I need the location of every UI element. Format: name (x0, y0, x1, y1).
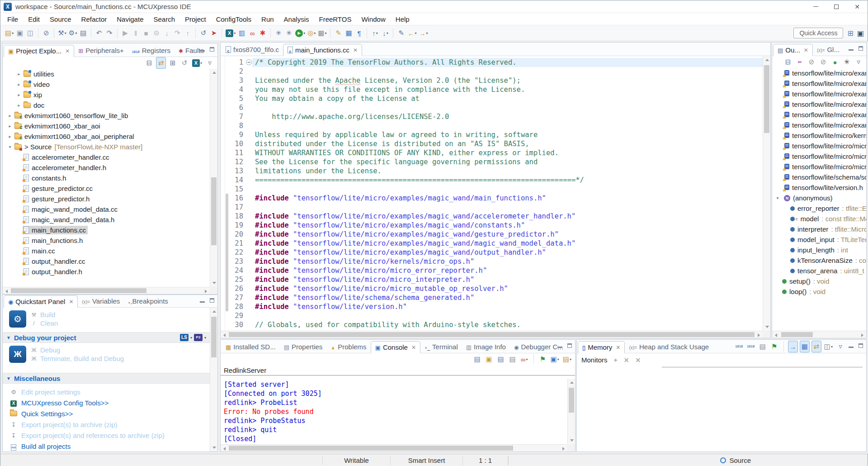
debug-section-header[interactable]: ▼ Debug your project LS▾P2▾ (3, 332, 210, 343)
close-tab-icon[interactable]: ✕ (353, 47, 358, 53)
project-tree-vscrollbar[interactable] (210, 69, 217, 287)
menu-help[interactable]: Help (391, 15, 415, 23)
outline-function-loop[interactable]: loop() : void (772, 286, 866, 297)
debug-probe-badge-p2[interactable]: P2 (194, 334, 203, 341)
tab-properties[interactable]: Properties (280, 341, 327, 353)
menu-freertos[interactable]: FreeRTOS (314, 15, 356, 23)
tab-main-functions-cc[interactable]: main_functions.cc✕ (283, 44, 362, 56)
tree-item-xip[interactable]: ▸xip (3, 90, 210, 100)
tree-item-source[interactable]: ▾> Source [TensorFlowLite-NXP master] (3, 142, 210, 152)
tab-console[interactable]: Console✕ (371, 341, 420, 353)
minimize-panel-icon[interactable] (849, 347, 854, 348)
close-window-button[interactable]: ✕ (847, 0, 868, 13)
tab-heap-and-stack-usage[interactable]: Heap and Stack Usage (625, 341, 713, 353)
miscellaneous-section-header[interactable]: ▼ Miscellaneous (3, 373, 210, 384)
chevron-right-icon[interactable]: ▸ (6, 113, 14, 118)
project-tree-hscrollbar[interactable] (3, 287, 210, 294)
resume-icon[interactable]: ▶ (120, 27, 130, 39)
pin-icon[interactable]: ⚑ (538, 353, 548, 365)
skip-all-breakpoints-icon[interactable]: ⊘ (41, 27, 51, 39)
back-icon[interactable]: ←▾ (406, 27, 417, 39)
image-report-icon[interactable]: ▦ (344, 27, 354, 39)
view-menu-icon[interactable]: ▿ (854, 56, 863, 68)
pin-console-icon[interactable]: ▤ (508, 353, 518, 365)
menu-window[interactable]: Window (356, 15, 390, 23)
quickstart-misc-quick-settings[interactable]: Quick Settings>> (10, 408, 210, 419)
outline-include[interactable]: tensorflow/lite/micro/examples/magic_wan… (772, 78, 866, 89)
tab-peripherals[interactable]: Peripherals+ (74, 44, 128, 57)
collapse-all-icon[interactable]: ⊟ (783, 56, 793, 68)
chevron-right-icon[interactable]: ▸ (6, 134, 14, 139)
prev-annotation-icon[interactable]: ↑▾ (370, 27, 380, 39)
tree-item-main-functions-cc[interactable]: main_functions.cc (3, 225, 210, 235)
flash-program-icon[interactable]: ➤ (209, 27, 219, 39)
open-resource-icon[interactable]: ▤ (78, 27, 88, 39)
menu-configtools[interactable]: ConfigTools (211, 15, 256, 23)
quickstart-misc-build-all-projects[interactable]: 010Build all projects (10, 441, 210, 452)
debug-launch-icon[interactable]: ▶▾ (294, 27, 306, 39)
build-config-icon[interactable]: ⚙▾ (68, 27, 78, 39)
redo-icon[interactable]: ↷ (104, 27, 114, 39)
outline-include[interactable]: tensorflow/lite/micro/examples/magic_wan… (772, 120, 866, 130)
chevron-down-icon[interactable]: ▾ (774, 195, 781, 200)
line-number-gutter[interactable]: 1234567891011121314151617181920212223242… (229, 56, 245, 331)
config-tools-menu-icon[interactable]: X▾ (191, 57, 203, 69)
close-tab-icon[interactable]: ✕ (411, 344, 416, 351)
tree-item-evkmimxrt1060-xbar-aoi-peripheral[interactable]: ▸evkmimxrt1060_xbar_aoi_peripheral (3, 131, 210, 142)
outline-function-setup[interactable]: setup() : void (772, 276, 866, 286)
tree-item-accelerometer-handler-h[interactable]: accelerometer_handler.h (3, 162, 210, 173)
minimize-panel-icon[interactable] (200, 50, 205, 52)
tree-item-main-cc[interactable]: main.cc (3, 246, 210, 256)
collapse-all-icon[interactable]: ⊟ (144, 57, 154, 69)
maximize-panel-icon[interactable] (859, 343, 863, 348)
fold-collapse-icon[interactable]: − (246, 59, 252, 65)
outline-hscrollbar[interactable] (772, 331, 866, 338)
chevron-down-icon[interactable]: ▾ (6, 144, 14, 149)
tree-item-evkmimxrt1060-xbar-aoi[interactable]: ▸evkmimxrt1060_xbar_aoi (3, 121, 210, 131)
external-tools-icon[interactable]: ▦▾ (317, 27, 327, 39)
outline-member-model_input[interactable]: model_input : TfLiteTensor (772, 234, 866, 245)
save-icon[interactable]: ▣ (15, 27, 25, 39)
pencil-edit-icon[interactable]: ✎ (333, 27, 343, 39)
minimize-window-button[interactable] (805, 0, 826, 13)
tree-item-accelerometer-handler-cc[interactable]: accelerometer_handler.cc (3, 152, 210, 162)
close-tab-icon[interactable]: ✕ (804, 47, 808, 53)
clean-markers-icon[interactable]: ✳ (274, 27, 283, 39)
import-memory-icon[interactable]: 1010 (746, 341, 756, 352)
terminate-icon[interactable]: ■ (141, 27, 151, 39)
tree-item-evkmimxrt1060-tensorflow-lite-lib[interactable]: ▸evkmimxrt1060_tensorflow_lite_lib (3, 110, 210, 121)
config-tools-icon[interactable]: X▾ (225, 27, 236, 39)
minimize-panel-icon[interactable] (200, 301, 205, 303)
minimize-panel-icon[interactable] (849, 49, 854, 51)
outline-member-model[interactable]: cmodel : const tflite::Model (772, 214, 866, 224)
new-wizard-icon[interactable]: ▤▾ (4, 27, 14, 39)
tree-item-output-handler-h[interactable]: output_handler.h (3, 266, 210, 277)
outline-include[interactable]: tensorflow/lite/micro/examples/magic_wan… (772, 89, 866, 99)
outline-namespace[interactable]: ▾N(anonymous) (772, 193, 866, 203)
tab-ou[interactable]: Ou...✕ (773, 44, 813, 56)
tab-registers[interactable]: Registers (128, 44, 175, 57)
next-annotation-icon[interactable]: ↓▾ (380, 27, 390, 39)
menu-refactor[interactable]: Refactor (76, 15, 112, 23)
outline-include[interactable]: tensorflow/lite/version.h (772, 182, 866, 193)
outline-include[interactable]: tensorflow/lite/schema/schema_generated.… (772, 172, 866, 182)
collapse-section-icon[interactable]: ▼ (6, 335, 11, 340)
table-rendering-icon[interactable]: ▦ (800, 341, 810, 352)
chevron-right-icon[interactable]: ▸ (15, 92, 23, 97)
tree-item-main-functions-h[interactable]: main_functions.h (3, 235, 210, 246)
tab-variables[interactable]: Variables (78, 295, 124, 307)
new-memory-view-icon[interactable]: ▤ (758, 341, 768, 352)
tab-breakpoints[interactable]: Breakpoints (124, 295, 172, 307)
suspend-icon[interactable]: ‖ (131, 27, 141, 39)
outline-include[interactable]: tensorflow/lite/micro/kernels/micro_ops.… (772, 130, 866, 141)
outline-member-tensor_arena[interactable]: tensor_arena : uint8_t (772, 266, 866, 276)
menu-run[interactable]: Run (256, 15, 279, 23)
tree-item-doc[interactable]: ▸doc (3, 100, 210, 110)
tree-item-magic-wand-model-data-h[interactable]: magic_wand_model_data.h (3, 214, 210, 225)
chevron-right-icon[interactable]: ▸ (15, 71, 23, 76)
chevron-down-icon[interactable]: ▾ (190, 336, 192, 340)
outline-include[interactable]: tensorflow/lite/micro/micro_mutable_op_r… (772, 162, 866, 172)
editor-hscrollbar[interactable] (221, 331, 763, 338)
debug-probe-badge-ls[interactable]: LS (180, 334, 189, 341)
minimize-panel-icon[interactable] (557, 347, 562, 348)
